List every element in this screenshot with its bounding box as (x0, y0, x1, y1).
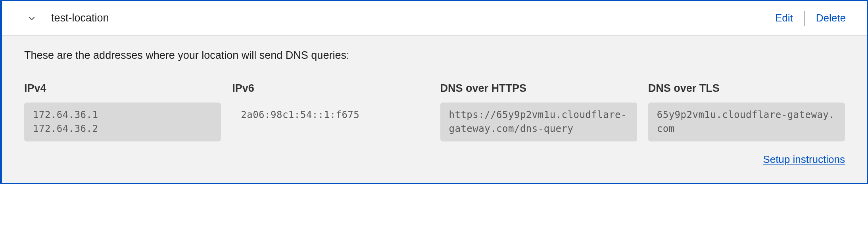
ipv4-line-2: 172.64.36.2 (33, 122, 212, 136)
address-columns: IPv4 172.64.36.1 172.64.36.2 IPv6 2a06:9… (24, 82, 845, 141)
dot-heading: DNS over TLS (648, 82, 845, 95)
setup-instructions-link[interactable]: Setup instructions (763, 153, 845, 166)
location-panel: test-location Edit Delete These are the … (0, 0, 868, 184)
doh-value[interactable]: https://65y9p2vm1u.cloudflare-gateway.co… (440, 103, 637, 141)
ipv6-heading: IPv6 (232, 82, 429, 95)
actions-divider (804, 11, 805, 26)
ipv6-column: IPv6 2a06:98c1:54::1:f675 (232, 82, 429, 141)
panel-header-actions: Edit Delete (771, 10, 850, 26)
dot-value[interactable]: 65y9p2vm1u.cloudflare-gateway.com (648, 103, 845, 141)
panel-header: test-location Edit Delete (2, 1, 867, 36)
panel-header-left: test-location (26, 12, 109, 24)
doh-column: DNS over HTTPS https://65y9p2vm1u.cloudf… (440, 82, 637, 141)
ipv4-value[interactable]: 172.64.36.1 172.64.36.2 (24, 103, 221, 141)
chevron-down-icon[interactable] (26, 12, 38, 24)
edit-button[interactable]: Edit (771, 10, 797, 26)
delete-button[interactable]: Delete (812, 10, 850, 26)
location-name: test-location (51, 12, 109, 24)
ipv4-heading: IPv4 (24, 82, 221, 95)
ipv6-value[interactable]: 2a06:98c1:54::1:f675 (232, 103, 429, 128)
ipv4-column: IPv4 172.64.36.1 172.64.36.2 (24, 82, 221, 141)
dot-column: DNS over TLS 65y9p2vm1u.cloudflare-gatew… (648, 82, 845, 141)
body-description: These are the addresses where your locat… (24, 49, 845, 62)
panel-body: These are the addresses where your locat… (2, 36, 867, 183)
doh-heading: DNS over HTTPS (440, 82, 637, 95)
footer-row: Setup instructions (24, 153, 845, 166)
ipv4-line-1: 172.64.36.1 (33, 108, 212, 122)
